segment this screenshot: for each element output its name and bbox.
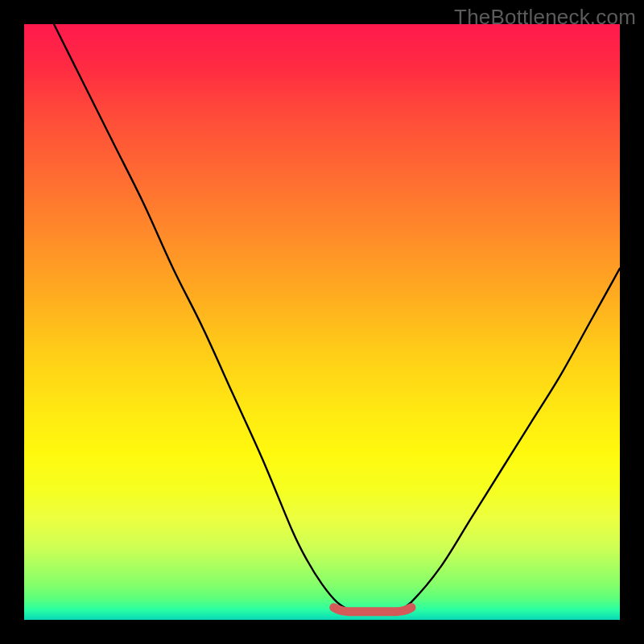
- chart-frame: TheBottleneck.com: [0, 0, 644, 644]
- plot-area: [24, 24, 620, 620]
- bottleneck-curve: [54, 24, 620, 614]
- curve-svg: [24, 24, 620, 620]
- trough-marker: [334, 608, 411, 612]
